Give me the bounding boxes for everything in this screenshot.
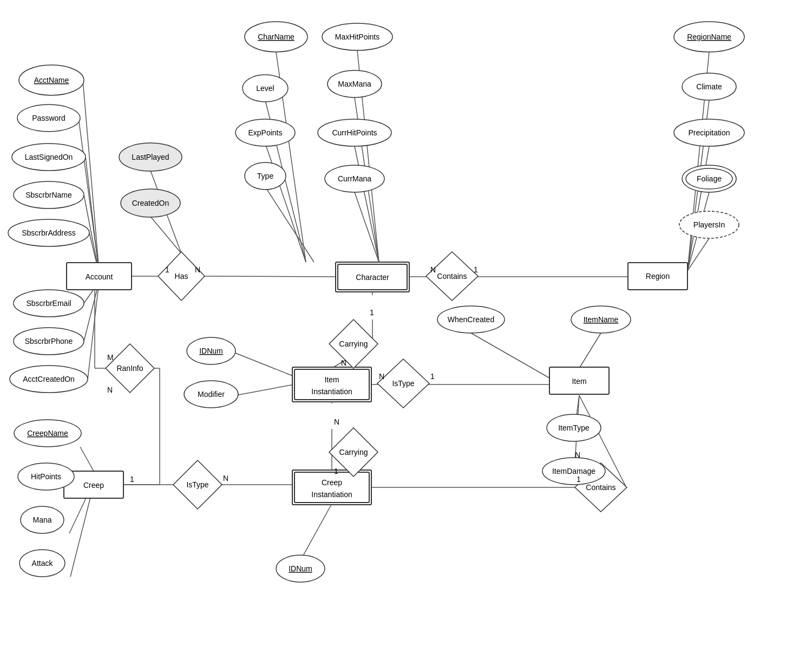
card-carrying-bot-n: N [334,418,339,426]
attr-precipitation: Precipitation [674,119,744,146]
svg-line-55 [300,504,332,560]
attr-sbscrbr-email: SbscrbrEmail [14,290,84,317]
entity-creep-instantiation: Creep Instantiation [292,470,371,505]
attr-acctcreatedon-label: AcctCreatedOn [23,375,75,383]
entity-region-label: Region [646,272,670,281]
svg-line-49 [233,352,294,376]
attr-foliage-label: Foliage [697,174,722,183]
rel-raninfo-label: RanInfo [116,364,143,373]
card-raninfo-n: N [107,386,113,394]
relationship-istype-creep: IsType [173,460,222,509]
attr-lastsignedon: LastSignedOn [12,144,86,171]
attr-sbscrbrname-label: SbscrbrName [25,191,72,199]
entity-item-label: Item [572,377,586,386]
attr-hitpoints: HitPoints [18,463,74,490]
card-contains-bot-1: 1 [577,475,581,484]
entity-item-instantiation: Item Instantiation [292,367,371,402]
card-istype-creep-1: 1 [130,475,134,484]
attr-password-label: Password [32,114,65,122]
attr-password: Password [17,105,80,132]
entity-item-inst-label1: Item [324,375,339,384]
rel-carrying-bottom-label: Carrying [339,448,368,457]
svg-line-24 [265,144,306,262]
entity-creep-inst-label1: Creep [322,478,342,487]
relationship-raninfo: RanInfo [106,344,154,393]
attr-regionname-label: RegionName [687,32,731,41]
attr-maxhitpoints: MaxHitPoints [322,23,392,50]
card-contains-bot-n: N [575,451,580,459]
svg-line-50 [236,384,294,395]
attr-level: Level [243,75,288,102]
relationship-istype-item: IsType [377,359,429,408]
attr-modifier: Modifier [184,381,238,408]
attr-maxmana-label: MaxMana [338,80,371,88]
attr-idnum-creep-inst: IDNum [276,555,325,582]
card-carrying-bot-1: 1 [334,467,338,475]
card-has-1: 1 [165,265,169,274]
attr-itemtype-label: ItemType [558,423,590,432]
attr-acctname-label: AcctName [34,76,69,84]
relationship-contains-region: Contains [426,252,478,301]
svg-line-51 [80,447,94,471]
card-raninfo-m: M [107,353,114,362]
rel-istype-item-label: IsType [392,379,414,388]
attr-lastplayed-label: LastPlayed [132,153,169,161]
rel-carrying-top-label: Carrying [339,340,368,348]
attr-whencreated-label: WhenCreated [448,315,494,324]
attr-sbscrbrname: SbscrbrName [14,181,84,208]
attr-currhitpoints-label: CurrHitPoints [332,128,377,137]
attr-charname: CharName [245,22,307,52]
attr-currmana: CurrMana [325,165,384,192]
card-istype-item-1: 1 [430,372,435,381]
card-carrying-top-1: 1 [370,308,374,317]
rel-has-label: Has [175,272,188,281]
attr-whencreated: WhenCreated [437,306,505,333]
attr-sbscrbraddress-label: SbscrbrAddress [22,229,76,237]
attr-foliage: Foliage [682,165,736,192]
svg-line-46 [471,333,549,378]
attr-precipitation-label: Precipitation [688,128,730,137]
attr-sbscrbraddress: SbscrbrAddress [8,219,89,246]
attr-itemdamage: ItemDamage [542,458,605,485]
attr-type-label: Type [257,172,274,180]
card-has-n: N [195,265,200,274]
attr-mana-label: Mana [32,516,51,524]
attr-sbscrbremail-label: SbscrbrEmail [26,299,71,308]
attr-creepname: CreepName [14,420,81,447]
attr-acctname: AcctName [19,65,84,95]
attr-lastplayed: LastPlayed [119,143,182,171]
entity-item-inst-label2: Instantiation [311,387,352,396]
attr-sbscrbrphone: SbscrbrPhone [14,328,84,355]
attr-attack: Attack [19,550,65,577]
entity-item: Item [549,367,609,394]
er-diagram-container: Account Character Region Item Instantiat… [0,0,812,665]
attr-itemname: ItemName [571,306,631,333]
card-istype-item-n: N [379,372,384,381]
attr-sbscrbrphone-label: SbscrbrPhone [25,337,73,345]
attr-type: Type [245,162,286,190]
attr-exppoints-label: ExpPoints [248,128,282,137]
relationship-has: Has [158,252,205,301]
svg-line-28 [355,146,379,262]
attr-level-label: Level [256,84,274,93]
entity-character: Character [336,262,409,292]
attr-modifier-label: Modifier [198,390,225,399]
attr-playersin: PlayersIn [679,211,739,238]
attr-itemname-label: ItemName [584,315,619,324]
svg-line-39 [150,217,181,253]
attr-createdon: CreatedOn [121,189,180,217]
attr-maxmana: MaxMana [328,70,382,97]
attr-climate-label: Climate [696,82,722,91]
attr-currmana-label: CurrMana [338,174,371,183]
svg-line-30 [83,80,99,271]
entity-character-label: Character [356,273,389,282]
svg-line-1 [205,276,337,277]
card-carrying-top-n: N [341,358,346,367]
svg-line-36 [84,282,99,341]
attr-exppoints: ExpPoints [235,119,295,146]
attr-charname-label: CharName [258,32,294,41]
attr-playersin-label: PlayersIn [693,220,725,229]
relationship-carrying-top: Carrying [329,320,378,368]
attr-creepname-label: CreepName [27,429,68,438]
entity-creep-inst-label2: Instantiation [311,490,352,499]
